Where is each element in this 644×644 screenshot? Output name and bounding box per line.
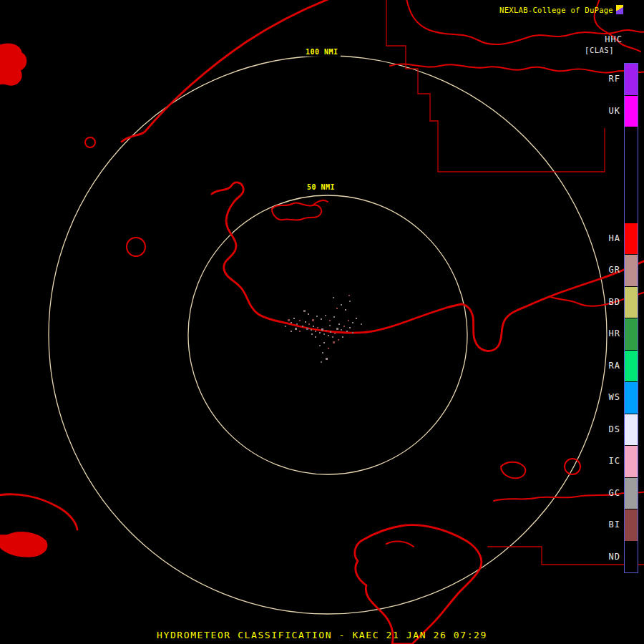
range-label-100nmi: 100 NMI [303,47,341,57]
colorbar-segment-gc [625,478,638,509]
radar-echo [321,328,323,331]
radar-echo [315,331,316,332]
radar-echo [322,352,323,353]
lake-southwest [0,532,47,557]
radar-echo [299,320,301,321]
radar-echo [299,331,301,332]
colorbar-segment-uk [625,96,638,127]
radar-echo [352,322,353,323]
radar-echo [336,328,338,330]
radar-echo [323,342,325,343]
radar-echo [295,328,297,330]
radar-echo [311,333,313,335]
radar-echo [302,326,303,327]
colorbar-segment-empty-3 [625,160,638,191]
radar-echo [334,333,336,334]
radar-echo [326,358,328,360]
radar-echo [338,323,340,325]
radar-echo [361,323,362,325]
brand-text: NEXLAB-College of DuPage [499,6,613,14]
colorbar-segment-ic [625,446,638,477]
radar-echo [315,336,316,338]
lake-east-small [501,462,525,479]
radar-echo [308,323,310,325]
radar-echo [296,323,298,325]
colorbar-segment-empty-2 [625,127,638,159]
boundary-lines [386,0,644,565]
boundary-steps-northeast [386,0,605,172]
colorbar-segment-empty-4 [625,191,638,223]
radar-echo [348,320,349,321]
radar-echo [291,331,292,332]
river-north-1 [390,64,644,72]
radar-echo [293,318,295,319]
radar-echo [317,327,318,328]
radar-echo [341,304,342,306]
radar-echo [319,345,321,346]
island-inner-ring [272,203,321,220]
lake-top-left [0,44,26,85]
radar-echo [305,321,306,323]
radar-echo [329,320,331,321]
radar-echo [326,330,327,331]
status-bar: HYDROMETEOR CLASSIFICATION - KAEC 21 JAN… [157,630,487,640]
colorbar-segment-hr [625,318,638,350]
radar-echo [321,361,322,363]
range-label-50nmi: 50 NMI [305,182,337,192]
radar-echoes [285,295,362,363]
radar-echo [321,318,322,320]
radar-echo [330,331,331,333]
cod-logo-icon [616,5,623,14]
radar-echo [328,348,329,349]
colorbar-segment-ra [625,351,638,382]
radar-echo [319,332,321,333]
radar-echo [356,318,357,319]
radar-echo [343,326,345,327]
coastline-southwest [0,494,77,530]
radar-echo [352,332,353,333]
lake-south-detail [386,542,414,547]
radar-echo [332,336,333,338]
colorbar-segment-bd [625,287,638,318]
lake-south-large [355,525,482,644]
colorbar-segment-ds [625,414,638,446]
small-lake-circle-1 [85,137,95,147]
radar-echo [349,327,351,328]
radar-echo [312,319,314,321]
radar-echo [333,297,334,298]
colorbar-segment-ws [625,382,638,414]
radar-echo [345,309,346,311]
radar-echo [333,316,335,318]
radar-echo [329,325,331,326]
colorbar-segment-nd [625,542,638,573]
colorbar-segment-rf [625,64,638,95]
radar-echo [313,326,314,327]
radar-echo [333,341,335,343]
product-tag: [CLAS] [585,46,614,54]
radar-echo [342,336,343,338]
small-lake-circle-2 [127,238,145,256]
colorbar-segment-gr [625,255,638,286]
radar-echo [285,326,286,327]
radar-echo [348,295,350,296]
radar-echo [349,301,351,302]
radar-echo [338,339,339,341]
radar-echo [346,331,348,332]
colorbar [624,63,638,573]
radar-echo [311,329,312,331]
boundary-steps-southeast [487,547,644,565]
radar-map [0,0,644,644]
product-code: HHC [605,34,623,44]
coastline-central [212,182,644,351]
colorbar-segment-bi [625,509,638,541]
radar-echo [303,310,306,312]
radar-echo [291,322,292,323]
radar-echo [325,315,326,316]
coastline-group [0,0,644,644]
river-southeast [494,492,644,501]
radar-echo [328,335,329,336]
radar-echo [336,308,338,309]
radar-echo [306,328,308,330]
coastline-arc-northwest [122,0,333,142]
small-lake-circle-3 [565,459,580,474]
